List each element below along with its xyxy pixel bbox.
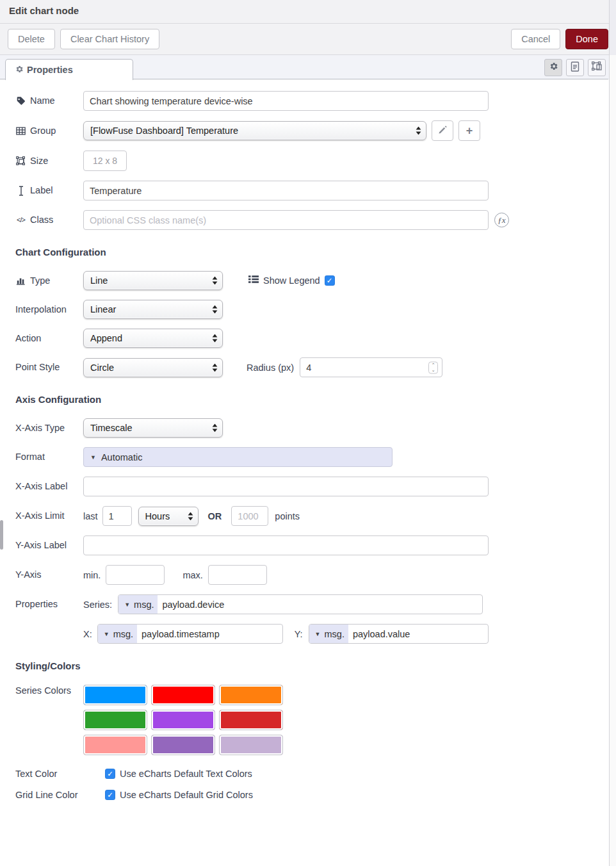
type-select-value: Line [90, 275, 108, 286]
y-typedinput[interactable]: ▼ msg. payload.value [309, 624, 489, 644]
x-axis-type-select[interactable]: Timescale [83, 418, 223, 437]
gear-icon [15, 65, 24, 76]
radius-input[interactable] [300, 357, 442, 377]
series-color-swatch-4[interactable] [83, 710, 147, 730]
clear-chart-history-button[interactable]: Clear Chart History [60, 29, 159, 49]
limit-unit-select[interactable]: Hours [138, 507, 199, 526]
y-type-button[interactable]: ▼ msg. [309, 625, 348, 643]
legend-list-icon [248, 275, 259, 286]
interpolation-select[interactable]: Linear [83, 300, 223, 319]
series-color-swatch-5[interactable] [151, 710, 215, 730]
appearance-icon [592, 61, 603, 74]
max-label: max. [182, 570, 202, 580]
limit-last-input[interactable] [102, 506, 132, 526]
limit-points-input[interactable] [231, 506, 268, 526]
scrollbar-track-top [610, 0, 616, 55]
description-panel-button[interactable] [566, 59, 584, 76]
series-color-swatch-9[interactable] [219, 735, 283, 755]
class-input[interactable] [83, 210, 489, 230]
select-arrows-icon [212, 334, 218, 343]
series-label: Series: [83, 600, 112, 610]
grid-line-color-checkbox-label: Use eCharts Default Grid Colors [120, 790, 253, 800]
label-input[interactable] [83, 181, 489, 200]
group-select-value: [FlowFuse Dashboard] Temperature [90, 126, 238, 136]
series-type-button[interactable]: ▼ msg. [118, 595, 158, 614]
y-axis-label-label: Y-Axis Label [15, 539, 83, 551]
x-type-button[interactable]: ▼ msg. [98, 625, 137, 643]
name-label: Name [30, 95, 55, 106]
series-color-swatch-2[interactable] [151, 685, 215, 705]
properties-label: Properties [15, 598, 83, 610]
action-select[interactable]: Append [83, 329, 223, 348]
x-typedinput[interactable]: ▼ msg. payload.timestamp [97, 624, 283, 644]
properties-panel-button[interactable] [544, 59, 562, 76]
edit-chart-node-dialog: Edit chart node Delete Clear Chart Histo… [0, 0, 616, 866]
series-color-swatch-7[interactable] [83, 735, 147, 755]
grid-line-color-checkbox[interactable]: ✓ [105, 790, 115, 800]
y-prefix: msg. [325, 629, 344, 639]
pencil-icon [438, 124, 447, 138]
fx-expand-icon[interactable]: ƒx [494, 213, 509, 227]
series-color-swatch-8[interactable] [151, 735, 215, 755]
tab-properties[interactable]: Properties [5, 59, 133, 80]
action-select-value: Append [90, 333, 122, 343]
series-color-swatch-1[interactable] [83, 685, 147, 705]
show-legend-checkbox[interactable]: ✓ [325, 275, 335, 286]
x-axis-type-select-value: Timescale [90, 423, 133, 433]
text-color-checkbox-label: Use eCharts Default Text Colors [120, 769, 252, 779]
point-style-select-value: Circle [90, 363, 114, 373]
last-label: last [83, 511, 98, 521]
series-color-swatch-3[interactable] [219, 685, 283, 705]
x-axis-label-input[interactable] [83, 477, 489, 496]
size-icon [15, 156, 26, 165]
type-label-group: Type [15, 275, 83, 286]
y-prop-label: Y: [295, 629, 303, 639]
tab-bar: Properties [0, 55, 616, 80]
scrollbar-track[interactable] [609, 0, 616, 866]
y-axis-label: Y-Axis [15, 569, 83, 580]
chevron-down-icon: ▼ [90, 454, 96, 461]
delete-button[interactable]: Delete [8, 29, 55, 49]
show-legend-label: Show Legend [263, 275, 320, 286]
label-label: Label [30, 184, 53, 196]
cancel-button[interactable]: Cancel [511, 29, 560, 49]
size-button[interactable]: 12 x 8 [83, 151, 127, 171]
name-input[interactable] [83, 91, 489, 111]
series-typedinput[interactable]: ▼ msg. payload.device [118, 594, 483, 614]
bar-chart-icon [15, 276, 26, 285]
format-dropdown-button[interactable]: ▼ Automatic [83, 447, 393, 467]
chevron-down-icon: ▼ [315, 631, 321, 637]
size-label: Size [30, 155, 48, 167]
tag-icon [15, 97, 26, 106]
styling-colors-heading: Styling/Colors [15, 660, 601, 671]
series-value: payload.device [158, 595, 229, 614]
grid-line-color-label: Grid Line Color [15, 789, 105, 801]
type-select[interactable]: Line [83, 271, 223, 290]
group-label: Group [30, 125, 56, 136]
y-max-input[interactable] [208, 565, 267, 585]
number-stepper-icon[interactable]: ⌃⌄ [428, 361, 438, 373]
series-colors-label: Series Colors [15, 685, 83, 696]
y-axis-label-input[interactable] [83, 535, 489, 555]
code-icon: </> [15, 216, 26, 225]
class-label-group: </> Class [15, 214, 83, 225]
add-group-button[interactable]: + [458, 120, 480, 141]
select-arrows-icon [212, 306, 218, 314]
y-min-input[interactable] [106, 565, 165, 585]
text-color-checkbox[interactable]: ✓ [105, 769, 115, 779]
edit-group-button[interactable] [432, 120, 453, 141]
x-axis-limit-label: X-Axis Limit [15, 510, 83, 521]
interpolation-label: Interpolation [15, 304, 83, 315]
name-label-group: Name [15, 95, 83, 106]
group-select[interactable]: [FlowFuse Dashboard] Temperature [83, 121, 426, 140]
y-value: payload.value [348, 625, 415, 643]
appearance-panel-button[interactable] [588, 59, 606, 76]
left-scrollbar-thumb[interactable] [0, 520, 3, 550]
text-color-label: Text Color [15, 768, 105, 780]
min-label: min. [83, 570, 101, 580]
done-button[interactable]: Done [565, 29, 608, 49]
x-prop-label: X: [83, 629, 92, 639]
point-style-select[interactable]: Circle [83, 358, 223, 377]
series-color-swatch-6[interactable] [219, 710, 283, 730]
size-label-group: Size [15, 155, 83, 167]
